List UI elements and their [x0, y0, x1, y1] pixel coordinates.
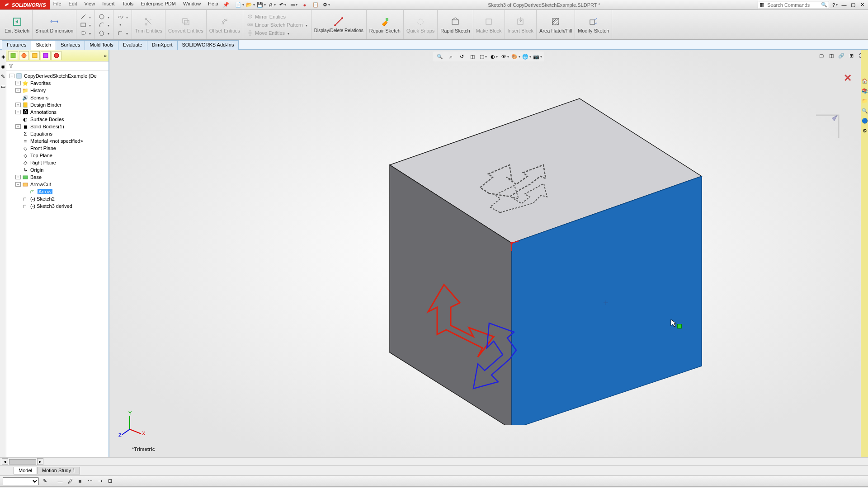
area-hatch-button[interactable]: Area Hatch/Fill: [537, 10, 575, 39]
hide-show-icon[interactable]: 👁: [501, 52, 509, 61]
bottom-tab-model[interactable]: Model: [14, 467, 37, 474]
line-color-icon[interactable]: 🖊: [66, 477, 74, 485]
display-delete-relations-button[interactable]: Display/Delete Relations: [311, 10, 367, 39]
previous-view-icon[interactable]: ↺: [458, 52, 466, 61]
tab-addins[interactable]: SOLIDWORKS Add-Ins: [177, 40, 239, 50]
line-end-icon[interactable]: ⊸: [96, 477, 104, 485]
tree-sketch2[interactable]: (-) Sketch2: [7, 195, 108, 202]
tree-base[interactable]: +Base: [7, 174, 108, 181]
save-button[interactable]: 💾: [257, 1, 265, 9]
display-style-icon[interactable]: ◐: [490, 52, 498, 61]
grid-icon[interactable]: ⊞: [106, 477, 114, 485]
zoom-area-icon[interactable]: ⌕: [447, 52, 455, 61]
vp-link-icon[interactable]: 🔗: [837, 52, 845, 60]
minimize-button[interactable]: —: [840, 1, 848, 9]
select-button[interactable]: ▭: [290, 1, 298, 9]
view-settings-icon[interactable]: 📷: [533, 52, 542, 61]
search-input[interactable]: [765, 2, 820, 8]
mirror-entities-button[interactable]: Mirror Entities: [246, 13, 308, 20]
tree-design-binder[interactable]: +📒Design Binder: [7, 101, 108, 108]
tab-evaluate[interactable]: Evaluate: [118, 40, 147, 50]
tree-solid-bodies[interactable]: +◼Solid Bodies(1): [7, 123, 108, 130]
menu-tools[interactable]: Tools: [118, 1, 137, 9]
search-scope-icon[interactable]: ▦: [758, 2, 765, 8]
exit-sketch-button[interactable]: Exit Sketch: [2, 10, 33, 39]
line-style-icon[interactable]: ⋯: [86, 477, 94, 485]
menu-enterprise-pdm[interactable]: Enterprise PDM: [137, 1, 179, 9]
quick-snaps-button[interactable]: Quick Snaps: [404, 10, 438, 39]
open-doc-button[interactable]: 📂: [246, 1, 255, 9]
offset-entities-button[interactable]: Offset Entities: [207, 10, 243, 39]
tab-mold-tools[interactable]: Mold Tools: [85, 40, 118, 50]
search-box[interactable]: ▦ 🔍: [758, 1, 829, 9]
taskpane-view-icon[interactable]: 🔍: [861, 107, 868, 115]
taskpane-explorer-icon[interactable]: 📁: [861, 97, 868, 105]
tree-origin[interactable]: ↳Origin: [7, 166, 108, 174]
rebuild-button[interactable]: ●: [301, 1, 309, 9]
zoom-fit-icon[interactable]: 🔍: [436, 52, 444, 61]
vp-four-icon[interactable]: ⊞: [847, 52, 855, 60]
tree-filter[interactable]: [6, 61, 108, 70]
new-doc-button[interactable]: 📄: [236, 1, 244, 9]
tree-root[interactable]: −CopyDerivedSketchExample (De: [7, 72, 108, 80]
model-geometry[interactable]: [268, 72, 810, 425]
tree-front-plane[interactable]: ◇Front Plane: [7, 145, 108, 152]
bottom-tab-motion[interactable]: Motion Study 1: [37, 467, 80, 474]
tree-sensors[interactable]: 🔊Sensors: [7, 94, 108, 101]
scroll-right-icon[interactable]: ▸: [37, 458, 43, 465]
taskpane-resources-icon[interactable]: 🏠: [861, 77, 868, 85]
search-icon[interactable]: 🔍: [820, 2, 829, 8]
tree-annotations[interactable]: +🅰Annotations: [7, 108, 108, 116]
fillet-tool[interactable]: [116, 29, 129, 37]
print-button[interactable]: 🖨: [268, 1, 276, 9]
menu-file[interactable]: File: [50, 1, 65, 9]
polygon-tool[interactable]: [98, 29, 110, 37]
tab-sketch[interactable]: Sketch: [31, 40, 56, 50]
fm-tab-tree[interactable]: [8, 51, 18, 60]
fm-tab-display[interactable]: [52, 51, 61, 60]
fm-tab-dim[interactable]: [41, 51, 51, 60]
tab-surfaces[interactable]: Surfaces: [56, 40, 85, 50]
tree-right-plane[interactable]: ◇Right Plane: [7, 159, 108, 166]
smart-dimension-button[interactable]: Smart Dimension: [33, 10, 76, 39]
fm-tab-config[interactable]: [30, 51, 40, 60]
modify-sketch-button[interactable]: Modify Sketch: [575, 10, 612, 39]
repair-sketch-button[interactable]: Repair Sketch: [367, 10, 404, 39]
line-thick-icon[interactable]: ≡: [76, 477, 84, 485]
maximize-button[interactable]: ▢: [849, 1, 857, 9]
graphics-viewport[interactable]: 🔍 ⌕ ↺ ◫ ⬚ ◐ 👁 🎨 🌐 📷 ▢ ◫ 🔗 ⊞ ⛶ ✕: [109, 50, 868, 457]
rapid-sketch-button[interactable]: Rapid Sketch: [438, 10, 473, 39]
menu-edit[interactable]: Edit: [65, 1, 81, 9]
options-button[interactable]: 📋: [311, 1, 320, 9]
tree-sketch3-derived[interactable]: (-) Sketch3 derived: [7, 202, 108, 210]
line-tool[interactable]: [79, 13, 92, 20]
tab-features[interactable]: Features: [2, 40, 31, 50]
tree-top-plane[interactable]: ◇Top Plane: [7, 152, 108, 159]
linear-pattern-button[interactable]: Linear Sketch Pattern: [246, 21, 308, 28]
spline-tool[interactable]: [116, 13, 129, 20]
point-tool[interactable]: [116, 21, 129, 28]
scroll-thumb[interactable]: [9, 459, 36, 465]
tree-material[interactable]: ≡Material <not specified>: [7, 137, 108, 145]
fmt-icon[interactable]: ✎: [41, 477, 49, 485]
menu-view[interactable]: View: [80, 1, 99, 9]
close-button[interactable]: ✕: [858, 1, 866, 9]
line-format-icon[interactable]: —: [56, 477, 64, 485]
fm-tab-property[interactable]: [19, 51, 29, 60]
tab-dimxpert[interactable]: DimXpert: [147, 40, 178, 50]
pin-menu-icon[interactable]: 📌: [222, 1, 230, 9]
edit-appearance-icon[interactable]: 🎨: [512, 52, 520, 61]
layer-select[interactable]: [3, 477, 39, 485]
taskpane-custom-icon[interactable]: ⚙: [861, 127, 868, 135]
exit-sketch-x-icon[interactable]: ✕: [844, 72, 852, 84]
section-view-icon[interactable]: ◫: [468, 52, 476, 61]
orientation-triad[interactable]: Y X Z: [118, 411, 146, 439]
settings-button[interactable]: ⚙: [322, 1, 330, 9]
move-entities-button[interactable]: Move Entities: [246, 29, 308, 37]
vp-single-icon[interactable]: ▢: [817, 52, 826, 60]
fm-expand-icon[interactable]: »: [104, 53, 107, 58]
convert-entities-button[interactable]: Convert Entities: [165, 10, 207, 39]
view-orientation-icon[interactable]: ⬚: [479, 52, 487, 61]
circle-tool[interactable]: [98, 13, 110, 20]
tree-arrow-sketch[interactable]: Arrow: [7, 188, 108, 195]
